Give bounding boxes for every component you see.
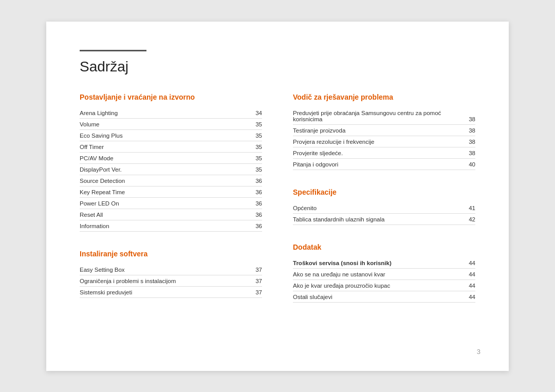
toc-item-page: 44 [465, 271, 475, 277]
toc-item-label: Općenito [293, 205, 465, 211]
toc-item-page: 37 [252, 267, 262, 273]
list-item: Ako se na uređaju ne ustanovi kvar44 [293, 269, 475, 280]
section-title-instaliranje: Instaliranje softvera [80, 250, 262, 258]
toc-item-label: Off Timer [80, 144, 252, 150]
toc-item-label: Ostali slučajevi [293, 294, 465, 300]
right-column: Vodič za rješavanje problemaPreduvjeti p… [293, 93, 475, 321]
toc-item-label: Provjera rezolucije i frekvencije [293, 139, 465, 145]
toc-item-page: 37 [252, 289, 262, 295]
toc-item-page: 36 [252, 189, 262, 195]
toc-item-label: Easy Setting Box [80, 267, 252, 273]
toc-item-page: 38 [465, 139, 475, 145]
list-item: Information36 [80, 220, 262, 232]
list-item: PC/AV Mode35 [80, 153, 262, 164]
toc-item-label: Ako je kvar uređaja prouzročio kupac [293, 283, 465, 289]
toc-list-vodic: Preduvjeti prije obraćanja Samsungovu ce… [293, 107, 475, 170]
toc-item-page: 38 [465, 127, 475, 134]
toc-item-page: 41 [465, 205, 475, 211]
toc-list-dodatak: Troškovi servisa (snosi ih korisnik)44Ak… [293, 257, 475, 303]
list-item: Eco Saving Plus35 [80, 130, 262, 141]
list-item: Provjerite sljedeće.38 [293, 147, 475, 159]
list-item: Power LED On36 [80, 198, 262, 209]
list-item: Easy Setting Box37 [80, 264, 262, 275]
list-item: Provjera rezolucije i frekvencije38 [293, 136, 475, 147]
toc-item-label: Ako se na uređaju ne ustanovi kvar [293, 271, 465, 277]
list-item: Ostali slučajevi44 [293, 291, 475, 303]
section-vodic: Vodič za rješavanje problemaPreduvjeti p… [293, 93, 475, 170]
toc-item-label: Sistemski preduvjeti [80, 289, 252, 295]
toc-item-page: 40 [465, 161, 475, 167]
toc-item-label: Arena Lighting [80, 110, 252, 116]
section-title-dodatak: Dodatak [293, 243, 475, 251]
toc-item-label: Volume [80, 121, 252, 127]
toc-item-label: DisplayPort Ver. [80, 166, 252, 173]
list-item: Ako je kvar uređaja prouzročio kupac44 [293, 280, 475, 291]
list-item: Arena Lighting34 [80, 107, 262, 119]
toc-item-page: 42 [465, 216, 475, 222]
list-item: Sistemski preduvjeti37 [80, 287, 262, 298]
section-title-vodic: Vodič za rješavanje problema [293, 93, 475, 101]
list-item: Source Detection36 [80, 175, 262, 186]
list-item: Troškovi servisa (snosi ih korisnik)44 [293, 257, 475, 269]
toc-item-label: Eco Saving Plus [80, 133, 252, 139]
toc-item-label: Key Repeat Time [80, 189, 252, 195]
section-title-specifikacije: Specifikacije [293, 188, 475, 196]
list-item: Volume35 [80, 119, 262, 130]
section-postavljanje: Postavljanje i vraćanje na izvornoArena … [80, 93, 262, 232]
toc-item-page: 35 [252, 144, 262, 150]
page-container: Sadržaj Postavljanje i vraćanje na izvor… [46, 22, 509, 371]
toc-item-page: 35 [252, 155, 262, 161]
toc-item-page: 35 [252, 133, 262, 139]
toc-item-label: Power LED On [80, 200, 252, 207]
toc-item-page: 36 [252, 212, 262, 218]
list-item: Reset All36 [80, 209, 262, 220]
section-dodatak: DodatakTroškovi servisa (snosi ih korisn… [293, 243, 475, 303]
toc-item-page: 38 [465, 116, 475, 122]
list-item: Pitanja i odgovori40 [293, 159, 475, 170]
section-instaliranje: Instaliranje softveraEasy Setting Box37O… [80, 250, 262, 298]
list-item: Preduvjeti prije obraćanja Samsungovu ce… [293, 107, 475, 125]
left-column: Postavljanje i vraćanje na izvornoArena … [80, 93, 262, 321]
toc-item-label: Preduvjeti prije obraćanja Samsungovu ce… [293, 110, 465, 122]
toc-item-label: PC/AV Mode [80, 155, 252, 161]
toc-item-label: Pitanja i odgovori [293, 161, 465, 167]
toc-item-label: Information [80, 223, 252, 229]
toc-item-label: Troškovi servisa (snosi ih korisnik) [293, 260, 465, 266]
list-item: Key Repeat Time36 [80, 186, 262, 198]
list-item: Testiranje proizvoda38 [293, 125, 475, 136]
list-item: Općenito41 [293, 202, 475, 214]
toc-item-page: 44 [465, 260, 475, 266]
toc-list-specifikacije: Općenito41Tablica standardnih ulaznih si… [293, 202, 475, 225]
toc-item-page: 34 [252, 110, 262, 116]
toc-item-label: Tablica standardnih ulaznih signala [293, 216, 465, 222]
toc-item-label: Ograničenja i problemi s instalacijom [80, 278, 252, 284]
top-rule [80, 50, 146, 51]
toc-item-label: Provjerite sljedeće. [293, 150, 465, 156]
toc-item-page: 35 [252, 121, 262, 127]
section-title-postavljanje: Postavljanje i vraćanje na izvorno [80, 93, 262, 101]
section-specifikacije: SpecifikacijeOpćenito41Tablica standardn… [293, 188, 475, 225]
list-item: Tablica standardnih ulaznih signala42 [293, 214, 475, 225]
toc-list-postavljanje: Arena Lighting34Volume35Eco Saving Plus3… [80, 107, 262, 232]
list-item: DisplayPort Ver.35 [80, 164, 262, 175]
toc-item-label: Source Detection [80, 178, 252, 184]
toc-item-page: 35 [252, 166, 262, 173]
toc-list-instaliranje: Easy Setting Box37Ograničenja i problemi… [80, 264, 262, 298]
toc-item-label: Testiranje proizvoda [293, 127, 465, 134]
page-number: 3 [477, 348, 480, 356]
toc-item-page: 44 [465, 294, 475, 300]
toc-item-page: 36 [252, 200, 262, 207]
list-item: Off Timer35 [80, 141, 262, 153]
toc-item-label: Reset All [80, 212, 252, 218]
toc-item-page: 36 [252, 223, 262, 229]
page-title: Sadržaj [80, 59, 475, 75]
content-layout: Postavljanje i vraćanje na izvornoArena … [80, 93, 475, 321]
toc-item-page: 38 [465, 150, 475, 156]
toc-item-page: 36 [252, 178, 262, 184]
list-item: Ograničenja i problemi s instalacijom37 [80, 275, 262, 287]
toc-item-page: 44 [465, 283, 475, 289]
toc-item-page: 37 [252, 278, 262, 284]
